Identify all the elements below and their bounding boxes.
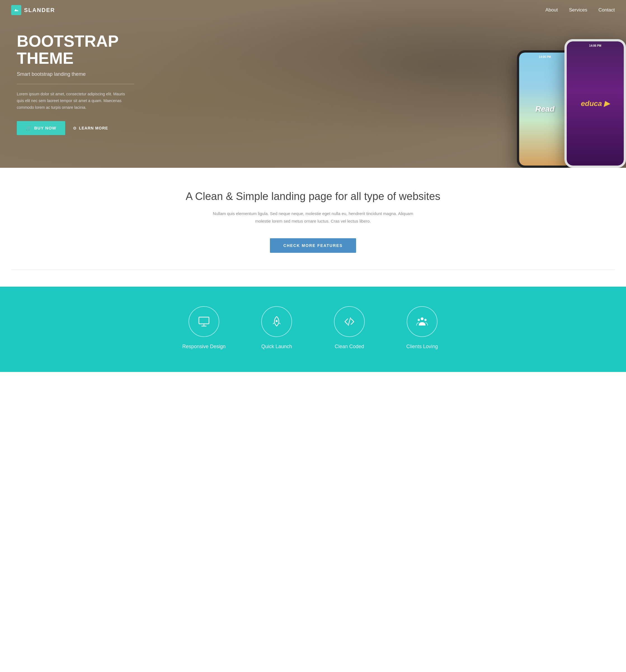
learn-more-label: LEARN MORE xyxy=(79,126,108,130)
code-icon xyxy=(343,315,355,328)
rocket-icon xyxy=(271,315,283,328)
logo-icon xyxy=(11,5,21,15)
buy-now-button[interactable]: 🛒 BUY NOW xyxy=(17,121,65,135)
clients-icon-circle xyxy=(407,306,438,337)
phone-black-time: 14:06 PM xyxy=(539,55,551,58)
hero-buttons: 🛒 BUY NOW ⊙ LEARN MORE xyxy=(17,121,129,135)
hero-phones: 14:06 PM Read 14:06 PM educa ▶ xyxy=(517,39,626,168)
features-title: A Clean & Simple landing page for all ty… xyxy=(11,190,615,203)
responsive-icon-circle xyxy=(188,306,219,337)
hero-section: BOOTSTRAPTHEME Smart bootstrap landing t… xyxy=(0,0,626,168)
features-section: A Clean & Simple landing page for all ty… xyxy=(0,168,626,287)
quick-launch-label: Quick Launch xyxy=(261,344,292,350)
logo[interactable]: SLANDER xyxy=(11,5,55,15)
features-description: Nullam quis elementum ligula. Sed neque … xyxy=(212,210,414,225)
feature-clients: Clients Loving xyxy=(386,306,459,350)
quick-launch-icon-circle xyxy=(261,306,292,337)
educa-app-screen: educa ▶ xyxy=(567,41,624,166)
nav-about[interactable]: About xyxy=(546,7,558,13)
feature-quick-launch: Quick Launch xyxy=(240,306,313,350)
feature-responsive: Responsive Design xyxy=(167,306,240,350)
svg-point-3 xyxy=(276,320,278,322)
clean-coded-icon-circle xyxy=(334,306,365,337)
circle-icon: ⊙ xyxy=(73,126,77,130)
cart-icon: 🛒 xyxy=(26,125,31,130)
hero-content: BOOTSTRAPTHEME Smart bootstrap landing t… xyxy=(0,33,145,135)
hero-title: BOOTSTRAPTHEME xyxy=(17,33,129,67)
feature-clean-coded: Clean Coded xyxy=(313,306,386,350)
logo-text: SLANDER xyxy=(24,7,55,14)
nav-contact[interactable]: Contact xyxy=(598,7,615,13)
phone-white-time: 14:06 PM xyxy=(589,44,601,47)
hero-description: Lorem ipsum dolor sit amet, consectetur … xyxy=(17,91,129,111)
read-app-screen: Read xyxy=(519,53,571,166)
hero-subtitle: Smart bootstrap landing theme xyxy=(17,71,129,77)
nav-links: About Services Contact xyxy=(546,7,615,13)
phone-white: 14:06 PM educa ▶ xyxy=(564,39,626,168)
svg-point-6 xyxy=(418,319,420,321)
navbar: SLANDER About Services Contact xyxy=(0,0,626,20)
nav-services[interactable]: Services xyxy=(569,7,587,13)
clean-coded-label: Clean Coded xyxy=(334,344,364,350)
svg-point-5 xyxy=(421,317,423,320)
svg-point-7 xyxy=(424,319,426,321)
svg-rect-0 xyxy=(199,317,209,324)
svg-line-4 xyxy=(348,318,350,326)
read-app-label: Read xyxy=(535,104,554,114)
buy-now-label: BUY NOW xyxy=(34,125,56,130)
clients-label: Clients Loving xyxy=(406,344,438,350)
monitor-icon xyxy=(198,315,210,328)
check-features-button[interactable]: CHECK MORE FEATURES xyxy=(270,238,356,253)
hero-divider xyxy=(17,84,134,84)
learn-more-button[interactable]: ⊙ LEARN MORE xyxy=(73,126,108,130)
educa-app-label: educa ▶ xyxy=(581,99,609,108)
responsive-label: Responsive Design xyxy=(182,344,226,350)
teal-section: Responsive Design Quick Launch Clean Cod… xyxy=(0,287,626,372)
people-icon xyxy=(416,315,428,328)
